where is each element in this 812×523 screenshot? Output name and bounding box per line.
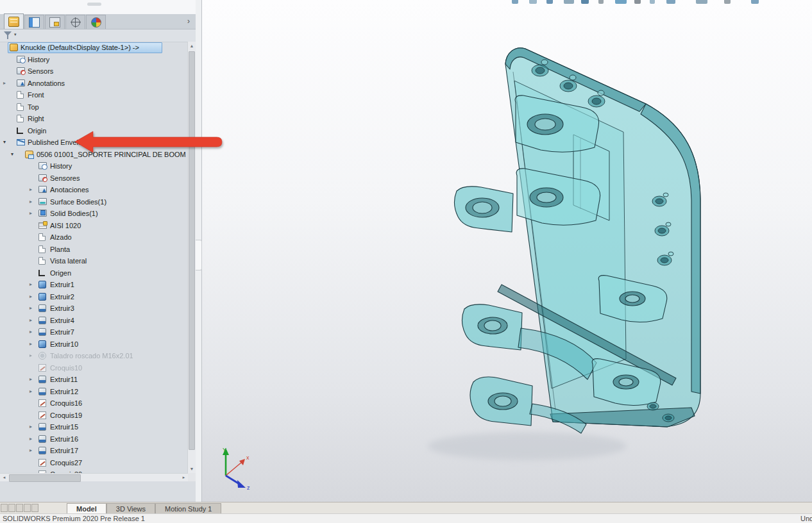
cropped-toolbar-icon[interactable]	[634, 0, 641, 4]
graphics-area[interactable]	[201, 0, 812, 502]
panel-splitter[interactable]	[196, 0, 202, 502]
tree-item[interactable]: Origin	[0, 125, 187, 137]
tree-item[interactable]: ▸Annotations	[0, 78, 187, 90]
expand-arrow-icon[interactable]: ▸	[30, 421, 32, 433]
doc-tab-motion-study-1[interactable]: Motion Study 1	[155, 503, 221, 514]
manager-tab-dimxpertmanager[interactable]	[65, 15, 85, 29]
tree-item[interactable]: ▸Anotaciones	[0, 184, 187, 196]
doc-tab-model[interactable]: Model	[67, 503, 106, 514]
expand-arrow-icon[interactable]: ▸	[30, 184, 32, 196]
cropped-toolbar-icon[interactable]	[564, 0, 574, 4]
tree-item[interactable]: ▸Solid Bodies(1)	[0, 208, 187, 220]
tree-item[interactable]: Planta	[0, 244, 187, 256]
cropped-toolbar-icon[interactable]	[615, 0, 627, 4]
tree-item[interactable]: ▸Taladro roscado M16x2.01	[0, 350, 187, 362]
tree-item[interactable]: ▸Extruir4	[0, 315, 187, 327]
tree-filter-row[interactable]: ▾	[0, 29, 196, 42]
sheet-nav-button[interactable]	[16, 504, 23, 512]
cropped-toolbar-icon[interactable]	[546, 0, 553, 4]
cropped-toolbar-icon[interactable]	[751, 0, 759, 4]
tree-item[interactable]: Croquis16	[0, 397, 187, 410]
filter-funnel-icon[interactable]	[4, 31, 13, 40]
tree-item[interactable]: ▸Extruir2	[0, 291, 187, 303]
tree-item[interactable]: Croquis10	[0, 362, 187, 374]
expand-arrow-icon[interactable]: ▸	[30, 303, 32, 315]
history-icon	[38, 162, 47, 169]
expand-arrow-icon[interactable]: ▸	[30, 338, 32, 351]
cropped-toolbar-icon[interactable]	[696, 0, 707, 4]
sheet-nav-button[interactable]	[1, 504, 8, 512]
tree-item[interactable]: Sensors	[0, 65, 187, 78]
panel-top-strip	[0, 0, 196, 15]
tree-item[interactable]: Croquis30	[0, 469, 187, 473]
expand-arrow-icon[interactable]: ▸	[30, 433, 32, 445]
tree-item[interactable]: Origen	[0, 267, 187, 279]
expand-arrow-icon[interactable]: ▸	[30, 350, 32, 362]
tree-item[interactable]: History	[0, 54, 187, 66]
doc-tab-3d-views[interactable]: 3D Views	[106, 503, 155, 514]
cropped-toolbar-icon[interactable]	[598, 0, 604, 4]
tree-item[interactable]: Vista lateral	[0, 255, 187, 267]
tree-item[interactable]: ▸Extruir1	[0, 279, 187, 291]
tree-item[interactable]: ▸Extruir17	[0, 445, 187, 457]
cropped-toolbar-icon[interactable]	[529, 0, 537, 4]
tree-item[interactable]: ▸Extruir16	[0, 433, 187, 445]
tree-item[interactable]: ▾Published Envelopes1 ->	[0, 137, 187, 149]
tree-item[interactable]: Top	[0, 101, 187, 113]
tree-item[interactable]: ▾0506 01001_SOPORTE PRINCIPAL DE BOOM 14…	[0, 149, 187, 161]
tree-item[interactable]: ▸Surface Bodies(1)	[0, 196, 187, 208]
tree-item[interactable]: Sensores	[0, 172, 187, 185]
collapse-arrow-icon[interactable]: ▾	[11, 149, 13, 161]
manager-tab-displaymanager[interactable]	[86, 15, 106, 29]
expand-arrow-icon[interactable]: ▸	[30, 374, 32, 386]
tree-item[interactable]: Front	[0, 89, 187, 101]
tree-item[interactable]: ▸Extruir12	[0, 386, 187, 398]
tree-item[interactable]: Croquis27	[0, 457, 187, 469]
expand-arrow-icon[interactable]: ▸	[30, 291, 32, 303]
cropped-toolbar-icon[interactable]	[650, 0, 655, 4]
tab-overflow-chevron-icon[interactable]: ›	[184, 15, 193, 27]
tree-item[interactable]: Croquis19	[0, 410, 187, 422]
vertical-scroll-thumb[interactable]	[189, 51, 195, 450]
scroll-left-icon[interactable]: ◄	[0, 474, 8, 481]
panel-grip-handle[interactable]	[87, 3, 101, 6]
scroll-down-icon[interactable]: ▼	[188, 465, 196, 473]
collapse-arrow-icon[interactable]: ▾	[3, 137, 6, 149]
tree-item[interactable]: ▸Extruir10	[0, 338, 187, 351]
scroll-right-icon[interactable]: ►	[180, 474, 188, 481]
tree-item[interactable]: Right	[0, 113, 187, 125]
tree-item[interactable]: ▸Extruir15	[0, 421, 187, 433]
tree-item[interactable]: History	[0, 160, 187, 172]
expand-arrow-icon[interactable]: ▸	[30, 326, 32, 338]
tree-item[interactable]: ▸Extruir11	[0, 374, 187, 386]
tree-item-label: Croquis16	[50, 397, 82, 410]
cropped-toolbar-icon[interactable]	[512, 0, 518, 4]
splitter-collapse-handle[interactable]	[196, 240, 202, 270]
expand-arrow-icon[interactable]: ▸	[30, 196, 32, 208]
expand-arrow-icon[interactable]: ▸	[3, 78, 6, 90]
manager-tab-configurationmanager[interactable]	[45, 15, 65, 29]
expand-arrow-icon[interactable]: ▸	[30, 445, 32, 457]
expand-arrow-icon[interactable]: ▸	[30, 315, 32, 327]
manager-tab-propertymanager[interactable]	[24, 15, 44, 29]
manager-tab-featuremanager[interactable]	[4, 13, 24, 29]
cropped-toolbar-icon[interactable]	[724, 0, 731, 4]
tree-item[interactable]: ▸Extruir7	[0, 326, 187, 338]
expand-arrow-icon[interactable]: ▸	[30, 386, 32, 398]
tree-horizontal-scrollbar[interactable]: ◄ ►	[0, 473, 188, 481]
sheet-nav-button[interactable]	[8, 504, 15, 512]
scroll-up-icon[interactable]: ▲	[188, 42, 196, 50]
tree-item[interactable]: Knuckle (Default<Display State-1>) ->	[0, 42, 187, 54]
sheet-nav-button[interactable]	[24, 504, 31, 512]
tree-item[interactable]: Alzado	[0, 231, 187, 244]
tree-item[interactable]: ▸Extruir3	[0, 303, 187, 315]
horizontal-scroll-thumb[interactable]	[9, 474, 81, 482]
cropped-toolbar-icon[interactable]	[666, 0, 675, 4]
cropped-toolbar-icon[interactable]	[581, 0, 589, 4]
expand-arrow-icon[interactable]: ▸	[30, 279, 32, 291]
sheet-nav-button[interactable]	[31, 504, 38, 512]
tree-item[interactable]: AISI 1020	[0, 220, 187, 232]
filter-caret-icon[interactable]: ▾	[14, 32, 17, 37]
expand-arrow-icon[interactable]: ▸	[30, 208, 32, 220]
tree-vertical-scrollbar[interactable]: ▲ ▼	[187, 42, 196, 473]
